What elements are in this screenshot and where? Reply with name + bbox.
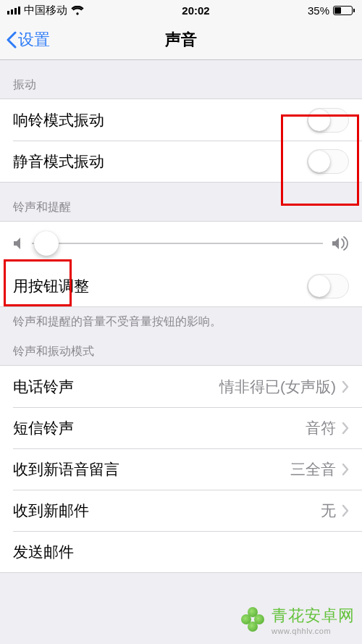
watermark-brand: 青花安卓网: [272, 606, 355, 624]
volume-low-icon: [13, 237, 23, 250]
row-volume-slider[interactable]: [0, 222, 362, 265]
battery-icon: [333, 6, 355, 15]
row-value: 三全音: [290, 459, 336, 480]
chevron-right-icon: [342, 504, 349, 517]
row-value: 音符: [306, 418, 336, 438]
volume-slider[interactable]: [32, 243, 323, 244]
toggle-vibrate-ring[interactable]: [307, 108, 349, 133]
row-text-tone[interactable]: 短信铃声 音符: [0, 407, 362, 448]
section-header-patterns: 铃声和振动模式: [0, 334, 362, 365]
toggle-vibrate-silent[interactable]: [307, 149, 349, 174]
row-label: 响铃模式振动: [13, 110, 104, 130]
battery-percent: 35%: [308, 4, 329, 17]
watermark-logo-icon: [240, 607, 266, 633]
row-new-mail[interactable]: 收到新邮件 无: [0, 490, 362, 531]
chevron-right-icon: [342, 380, 349, 393]
watermark-url: www.qhhlv.com: [272, 627, 355, 635]
row-vibrate-silent[interactable]: 静音模式振动: [0, 141, 362, 182]
page-title: 声音: [0, 29, 362, 51]
chevron-right-icon: [342, 463, 349, 476]
signal-bars-icon: [7, 7, 20, 14]
group-vibrate: 响铃模式振动 静音模式振动: [0, 99, 362, 183]
row-label: 发送邮件: [13, 542, 74, 562]
status-time: 20:02: [182, 4, 209, 17]
back-button[interactable]: 设置: [6, 29, 50, 51]
row-label: 电话铃声: [13, 377, 74, 397]
row-label: 用按钮调整: [13, 276, 89, 296]
status-left: 中国移动: [7, 4, 84, 17]
toggle-button-adjust[interactable]: [307, 274, 349, 298]
row-sent-mail[interactable]: 发送邮件: [0, 531, 362, 572]
wifi-icon: [71, 6, 84, 15]
row-label: 静音模式振动: [13, 151, 104, 172]
watermark: 青花安卓网 www.qhhlv.com: [240, 605, 355, 635]
section-header-vibrate: 振动: [0, 60, 362, 99]
group-volume: 用按钮调整: [0, 221, 362, 307]
footer-note-button-adjust: 铃声和提醒的音量不受音量按钮的影响。: [0, 307, 362, 334]
nav-bar: 设置 声音: [0, 20, 362, 60]
volume-high-icon: [332, 236, 349, 251]
group-patterns: 电话铃声 情非得已(女声版) 短信铃声 音符 收到新语音留言 三全音 收到新邮件: [0, 365, 362, 573]
row-label: 收到新语音留言: [13, 459, 119, 480]
chevron-right-icon: [342, 422, 349, 435]
chevron-left-icon: [6, 31, 17, 49]
carrier-label: 中国移动: [24, 4, 67, 17]
back-label: 设置: [18, 29, 50, 51]
row-ringtone[interactable]: 电话铃声 情非得已(女声版): [0, 366, 362, 407]
row-label: 收到新邮件: [13, 501, 89, 521]
slider-thumb[interactable]: [34, 231, 59, 256]
row-button-adjust[interactable]: 用按钮调整: [0, 265, 362, 306]
row-value: 无: [321, 501, 336, 521]
status-right: 35%: [308, 4, 355, 17]
row-vibrate-ring[interactable]: 响铃模式振动: [0, 99, 362, 141]
status-bar: 中国移动 20:02 35%: [0, 0, 362, 20]
row-value: 情非得已(女声版): [219, 377, 336, 397]
row-label: 短信铃声: [13, 418, 74, 438]
section-header-ringtone-alert: 铃声和提醒: [0, 183, 362, 221]
row-voicemail[interactable]: 收到新语音留言 三全音: [0, 448, 362, 490]
